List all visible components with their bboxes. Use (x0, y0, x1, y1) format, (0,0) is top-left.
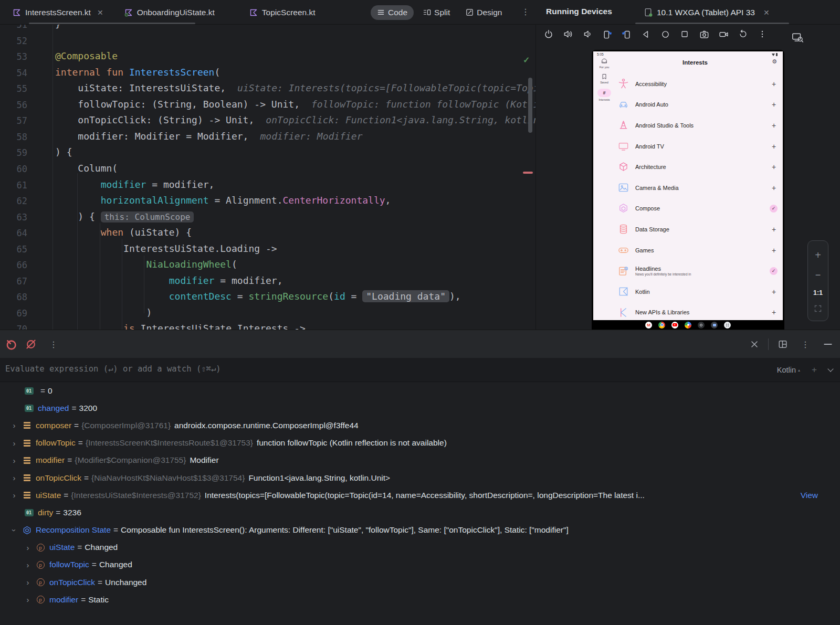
layout-settings-icon[interactable] (778, 340, 788, 349)
expander-expanded-icon[interactable]: › (10, 523, 19, 537)
code-line[interactable]: Column( (55, 163, 118, 174)
volume-down-icon[interactable] (582, 29, 593, 39)
watch-row-unnamed[interactable]: 01=0 (0, 382, 840, 399)
follow-plus-icon[interactable]: + (770, 80, 778, 88)
watch-row-dirty[interactable]: 01dirty=3236 (0, 504, 840, 521)
chevron-down-icon[interactable] (827, 366, 833, 372)
follow-plus-icon[interactable]: + (770, 100, 778, 109)
followed-check-icon[interactable]: ✓ (770, 267, 778, 275)
code-line[interactable]: when (uiState) { (55, 227, 192, 238)
find-on-screen-icon[interactable] (792, 32, 803, 43)
nav-rail-item-saved[interactable]: Saved (600, 73, 608, 84)
code-line[interactable]: followTopic: (String, Boolean) -> Unit,f… (55, 99, 536, 110)
editor-tab-topicscreen-kt[interactable]: TopicScreen.kt (242, 0, 323, 25)
view-mode-code-button[interactable]: Code (371, 5, 414, 20)
all-apps-icon[interactable] (724, 322, 731, 329)
emulator-display[interactable]: 5:05 Interests ⚙ For youSaved#Interests … (592, 50, 784, 330)
overview-icon[interactable] (679, 29, 690, 39)
topic-row-accessibility[interactable]: Accessibility+ (616, 73, 783, 94)
watch-row-onTopicClick[interactable]: ›ponTopicClick=Unchanged (0, 574, 840, 591)
followed-check-icon[interactable]: ✓ (770, 205, 778, 213)
code-line[interactable]: modifier = modifier, (55, 275, 283, 286)
topic-row-camera-media[interactable]: Camera & Media+ (616, 177, 783, 198)
code-area[interactable]: }@Composableinternal fun InterestsScreen… (55, 25, 536, 330)
camera-app-icon[interactable] (698, 322, 705, 329)
follow-plus-icon[interactable]: + (770, 142, 778, 151)
nav-rail-item-interests[interactable]: #Interests (597, 89, 611, 101)
expander-collapsed-icon[interactable]: › (7, 439, 21, 448)
follow-plus-icon[interactable]: + (770, 308, 778, 316)
code-line[interactable]: contentDesc = stringResource(id = "Loadi… (55, 291, 461, 302)
hide-panel-icon[interactable] (823, 340, 833, 349)
view-value-link[interactable]: View (797, 491, 818, 500)
evaluate-expression-bar[interactable]: Evaluate expression (↵) or add a watch (… (0, 358, 840, 382)
code-line[interactable]: ) (55, 307, 152, 318)
inspection-ok-icon[interactable]: ✓ (523, 55, 530, 65)
topic-row-compose[interactable]: Compose✓ (616, 198, 783, 219)
zoom-out-button[interactable]: − (815, 270, 821, 281)
topic-row-android-auto[interactable]: Android Auto+ (616, 94, 783, 115)
view-mode-design-button[interactable]: Design (459, 5, 508, 20)
watch-row-modifier[interactable]: ›pmodifier=Static (0, 591, 840, 608)
topic-row-kotlin[interactable]: Kotlin+ (616, 281, 783, 302)
follow-plus-icon[interactable]: + (770, 225, 778, 234)
code-line[interactable]: is InterestsUiState.Interests -> (55, 323, 306, 330)
code-line[interactable]: NiaLoadingWheel( (55, 259, 237, 270)
emulator-screen[interactable]: 5:05 Interests ⚙ For youSaved#Interests … (593, 51, 783, 320)
code-line[interactable]: uiState: InterestsUiState,uiState: Inter… (55, 82, 536, 93)
power-icon[interactable] (543, 29, 554, 39)
code-editor[interactable]: 5152535455565758596061626364656667686970… (0, 25, 536, 330)
topic-row-architecture[interactable]: Architecture+ (616, 156, 783, 177)
expander-collapsed-icon[interactable]: › (21, 560, 35, 569)
follow-plus-icon[interactable]: + (770, 121, 778, 130)
code-line[interactable]: modifier: Modifier = Modifier,modifier: … (55, 131, 363, 142)
add-watch-icon[interactable]: + (812, 365, 817, 375)
code-line[interactable]: onTopicClick: (String) -> Unit,onTopicCl… (55, 114, 536, 125)
screen-record-icon[interactable] (718, 29, 729, 39)
code-line[interactable]: internal fun InterestsScreen( (55, 67, 220, 78)
photos-icon[interactable] (685, 322, 691, 329)
rotate-left-icon[interactable] (602, 29, 612, 39)
follow-plus-icon[interactable]: + (770, 163, 778, 171)
code-line[interactable]: ) { this: ColumnScope (55, 211, 194, 222)
expander-collapsed-icon[interactable]: › (7, 473, 21, 482)
snapshots-icon[interactable] (738, 29, 748, 39)
rotate-right-icon[interactable] (621, 29, 632, 39)
expander-collapsed-icon[interactable]: › (7, 456, 21, 465)
code-line[interactable]: @Composable (55, 50, 118, 61)
topic-row-android-tv[interactable]: Android TV+ (616, 136, 783, 157)
follow-plus-icon[interactable]: + (770, 246, 778, 255)
editor-tab-interestsscreen-kt[interactable]: InterestsScreen.kt✕ (5, 0, 111, 25)
files-app-icon[interactable] (711, 322, 718, 329)
device-tab-close-icon[interactable]: ✕ (763, 8, 770, 17)
gmail-icon[interactable]: M (645, 322, 652, 329)
watch-row-onTopicClick[interactable]: ›onTopicClick={NiaNavHostKt$NiaNavHost$1… (0, 469, 840, 486)
editor-tabs-scrollbar[interactable] (29, 23, 195, 24)
topic-row-android-studio-tools[interactable]: Android Studio & Tools+ (616, 115, 783, 136)
watch-row-composer[interactable]: ›composer={ComposerImpl@31761}androidx.c… (0, 417, 840, 434)
code-line[interactable]: ) { (55, 146, 72, 157)
settings-gear-icon[interactable]: ⚙ (772, 58, 777, 65)
close-panel-icon[interactable] (750, 340, 759, 348)
watch-row-followTopic[interactable]: ›pfollowTopic=Changed (0, 556, 840, 574)
home-icon[interactable] (660, 29, 670, 39)
more-icon[interactable] (757, 29, 768, 39)
expander-collapsed-icon[interactable]: › (7, 421, 21, 430)
device-tab[interactable]: 10.1 WXGA (Tablet) API 33 ✕ (644, 0, 770, 25)
follow-plus-icon[interactable]: + (770, 288, 778, 296)
zoom-fit-button[interactable] (814, 305, 822, 312)
back-icon[interactable] (640, 29, 651, 39)
editor-scrollbar[interactable] (528, 78, 532, 133)
expander-collapsed-icon[interactable]: › (21, 595, 35, 604)
topic-row-headlines[interactable]: HeadlinesNews you'll definitely be inter… (616, 260, 783, 281)
expander-collapsed-icon[interactable]: › (7, 491, 21, 500)
nav-rail-item-for-you[interactable]: For you (600, 58, 610, 69)
mute-breakpoints-icon[interactable] (25, 338, 37, 350)
chrome-icon[interactable] (658, 322, 665, 329)
code-line[interactable]: modifier = modifier, (55, 179, 214, 190)
watch-row-uiState[interactable]: ›puiState=Changed (0, 539, 840, 556)
watch-row-modifier[interactable]: ›modifier={Modifier$Companion@31755}Modi… (0, 452, 840, 469)
editor-options-kebab-icon[interactable]: ⋮ (517, 7, 534, 17)
zoom-in-button[interactable]: + (815, 249, 821, 261)
code-line[interactable]: horizontalAlignment = Alignment.CenterHo… (55, 195, 391, 206)
